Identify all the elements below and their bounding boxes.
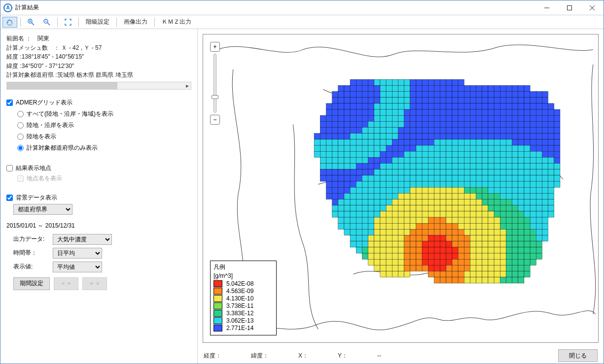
zoom-minus-button[interactable]: − <box>210 115 220 125</box>
svg-rect-1047 <box>524 241 530 247</box>
prev-period-button[interactable]: ＜＝ <box>54 277 78 290</box>
svg-rect-858 <box>416 211 422 217</box>
svg-rect-923 <box>380 223 386 229</box>
svg-rect-525 <box>500 157 506 163</box>
output-data-select[interactable]: 大気中濃度 <box>53 234 112 245</box>
result-points-checkbox[interactable] <box>6 165 13 171</box>
svg-rect-730 <box>542 187 548 193</box>
period-settings-button[interactable]: 期間設定 <box>13 277 50 290</box>
svg-rect-503 <box>368 157 374 163</box>
class-settings-button[interactable]: 階級設定 <box>82 17 113 28</box>
svg-rect-63 <box>338 92 344 98</box>
svg-rect-782 <box>404 199 410 205</box>
svg-rect-240 <box>494 115 500 121</box>
svg-rect-1199 <box>506 277 512 283</box>
pan-tool-button[interactable] <box>2 17 17 28</box>
svg-rect-800 <box>512 199 518 205</box>
svg-rect-913 <box>530 217 536 223</box>
svg-rect-109 <box>398 98 404 103</box>
scroll-thumb[interactable] <box>7 82 117 89</box>
svg-rect-608 <box>518 169 524 175</box>
zoom-plus-button[interactable]: + <box>210 42 220 52</box>
maximize-button[interactable] <box>558 0 581 15</box>
next-period-button[interactable]: ＝＞ <box>82 277 107 290</box>
svg-rect-506 <box>386 157 392 163</box>
svg-rect-524 <box>494 157 500 163</box>
svg-rect-339 <box>362 133 368 139</box>
svg-rect-257 <box>356 121 362 127</box>
svg-rect-992 <box>392 235 398 241</box>
svg-rect-1036 <box>458 241 464 247</box>
svg-rect-840 <box>530 205 536 211</box>
display-value-select[interactable]: 平均値 <box>53 262 102 272</box>
minimize-button[interactable] <box>535 0 558 15</box>
svg-rect-450 <box>536 145 542 151</box>
svg-rect-43 <box>416 85 422 91</box>
svg-rect-750 <box>434 193 440 199</box>
admer-grid-checkbox[interactable] <box>6 99 13 106</box>
svg-rect-1049 <box>536 241 542 247</box>
svg-rect-809 <box>344 205 350 211</box>
grid-radio-land-coast[interactable]: 陸地・沿岸を表示 <box>17 121 191 130</box>
svg-rect-727 <box>524 187 530 193</box>
svg-rect-862 <box>440 211 446 217</box>
svg-rect-731 <box>548 187 554 193</box>
fit-extents-button[interactable] <box>61 17 75 28</box>
svg-rect-217 <box>356 115 362 121</box>
zoom-slider-thumb[interactable] <box>212 95 218 99</box>
svg-rect-329 <box>548 128 554 133</box>
svg-rect-692 <box>548 181 554 187</box>
svg-rect-995 <box>410 235 416 241</box>
time-band-select[interactable]: 日平均 <box>53 248 102 259</box>
svg-rect-543 <box>368 164 374 169</box>
svg-rect-930 <box>422 223 428 229</box>
close-button[interactable] <box>581 0 604 15</box>
grid-radio-land[interactable]: 陸地を表示 <box>17 132 191 141</box>
svg-rect-348 <box>416 133 422 139</box>
svg-rect-886 <box>368 217 374 223</box>
background-layer-select[interactable]: 都道府県界 <box>13 204 72 215</box>
svg-rect-916 <box>338 223 344 229</box>
svg-rect-568 <box>518 164 524 169</box>
zoom-slider-track[interactable] <box>213 54 216 113</box>
kmz-export-button[interactable]: ＫＭＺ出力 <box>158 17 195 28</box>
info-horizontal-scrollbar[interactable]: ◂ ▸ <box>6 82 191 90</box>
svg-rect-1055 <box>386 247 392 253</box>
svg-rect-674 <box>440 181 446 187</box>
map-canvas[interactable]: + − 凡例 [g/m^3] 5.042E-084.563E-094.130E-… <box>203 34 599 343</box>
zoom-in-tool-button[interactable] <box>24 17 38 28</box>
grid-radio-all[interactable]: すべて(陸地・沿岸・海域)を表示 <box>17 110 191 118</box>
svg-rect-1175 <box>458 271 464 277</box>
svg-rect-1083 <box>374 253 380 259</box>
image-export-button[interactable]: 画像出力 <box>120 17 151 28</box>
svg-rect-238 <box>482 115 488 121</box>
svg-rect-789 <box>446 199 452 205</box>
svg-rect-1179 <box>482 271 488 277</box>
admer-grid-checkbox-row[interactable]: ADMERグリッド表示 <box>6 99 191 107</box>
svg-rect-947 <box>524 223 530 229</box>
svg-rect-933 <box>440 223 446 229</box>
svg-rect-1168 <box>398 271 404 277</box>
svg-rect-501 <box>356 157 362 163</box>
svg-rect-202 <box>506 109 512 115</box>
svg-rect-12 <box>356 79 362 85</box>
svg-rect-1197 <box>494 277 500 283</box>
background-data-checkbox[interactable] <box>6 195 13 201</box>
background-data-checkbox-row[interactable]: 背景データ表示 <box>6 194 191 202</box>
result-points-checkbox-row[interactable]: 結果表示地点 <box>6 164 191 172</box>
svg-rect-855 <box>398 211 404 217</box>
svg-rect-1009 <box>494 235 500 241</box>
svg-rect-1063 <box>434 247 440 253</box>
svg-rect-80 <box>440 92 446 98</box>
svg-rect-351 <box>434 133 440 139</box>
svg-rect-942 <box>494 223 500 229</box>
svg-rect-77 <box>422 92 428 98</box>
grid-radio-target-pref[interactable]: 計算対象都道府県のみ表示 <box>17 144 191 152</box>
svg-rect-199 <box>488 109 494 115</box>
zoom-out-tool-button[interactable] <box>39 17 54 28</box>
svg-rect-403 <box>500 139 506 145</box>
close-dialog-button[interactable]: 閉じる <box>558 349 598 362</box>
svg-rect-414 <box>320 145 326 151</box>
svg-rect-1092 <box>428 253 434 259</box>
svg-rect-345 <box>398 133 404 139</box>
